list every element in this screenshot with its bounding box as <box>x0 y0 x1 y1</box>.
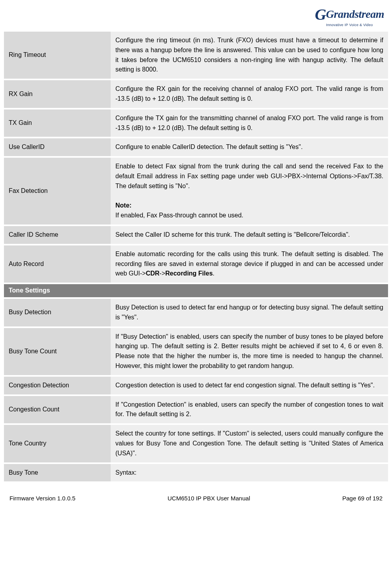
desc-congestion-count: If "Congestion Detection" is enabled, us… <box>111 396 388 424</box>
footer-page: Page 69 of 192 <box>342 495 383 502</box>
label-busy-tone: Busy Tone <box>4 464 111 482</box>
label-auto-record: Auto Record <box>4 245 111 283</box>
row-caller-id-scheme: Caller ID Scheme Select the Caller ID sc… <box>4 226 388 244</box>
row-tone-country: Tone Country Select the country for tone… <box>4 425 388 462</box>
label-congestion-detection: Congestion Detection <box>4 377 111 394</box>
auto-record-post: . <box>213 270 214 277</box>
row-congestion-detection: Congestion Detection Congestion detectio… <box>4 377 388 394</box>
label-use-callerid: Use CallerID <box>4 138 111 156</box>
label-rx-gain: RX Gain <box>4 80 111 108</box>
label-busy-detection: Busy Detection <box>4 299 111 326</box>
desc-use-callerid: Configure to enable CallerID detection. … <box>111 138 388 156</box>
note-body: If enabled, Fax Pass-through cannot be u… <box>115 212 243 219</box>
row-rx-gain: RX Gain Configure the RX gain for the re… <box>4 80 388 108</box>
desc-busy-detection: Busy Detection is used to detect far end… <box>111 299 388 326</box>
label-caller-id-scheme: Caller ID Scheme <box>4 226 111 244</box>
page-footer: Firmware Version 1.0.0.5 UCM6510 IP PBX … <box>4 483 388 502</box>
brand-logo: GGrandstream Innovative IP Voice & Video <box>4 6 388 28</box>
desc-congestion-detection: Congestion detection is used to detect f… <box>111 377 388 394</box>
row-ring-timeout: Ring Timeout Configure the ring timeout … <box>4 32 388 79</box>
desc-tone-country: Select the country for tone settings. If… <box>111 425 388 462</box>
label-fax-detection: Fax Detection <box>4 158 111 224</box>
note-title: Note: <box>115 202 132 209</box>
auto-record-mid: -> <box>160 270 166 277</box>
auto-record-bold2: Recording Files <box>165 270 213 277</box>
row-use-callerid: Use CallerID Configure to enable CallerI… <box>4 138 388 156</box>
auto-record-bold1: CDR <box>146 270 160 277</box>
row-tx-gain: TX Gain Configure the TX gain for the tr… <box>4 109 388 137</box>
desc-caller-id-scheme: Select the Caller ID scheme for this tru… <box>111 226 388 244</box>
label-tx-gain: TX Gain <box>4 109 111 137</box>
desc-busy-tone-count: If "Busy Detection" is enabled, users ca… <box>111 328 388 375</box>
label-tone-country: Tone Country <box>4 425 111 462</box>
desc-fax-detection: Enable to detect Fax signal from the tru… <box>111 158 388 224</box>
desc-busy-tone: Syntax: <box>111 464 388 482</box>
label-ring-timeout: Ring Timeout <box>4 32 111 79</box>
label-busy-tone-count: Busy Tone Count <box>4 328 111 375</box>
settings-table: Ring Timeout Configure the ring timeout … <box>4 30 388 483</box>
footer-version: Firmware Version 1.0.0.5 <box>9 495 75 502</box>
desc-rx-gain: Configure the RX gain for the receiving … <box>111 80 388 108</box>
desc-fax-main: Enable to detect Fax signal from the tru… <box>115 163 383 189</box>
row-busy-tone: Busy Tone Syntax: <box>4 464 388 482</box>
section-title: Tone Settings <box>4 284 388 297</box>
desc-auto-record: Enable automatic recording for the calls… <box>111 245 388 283</box>
row-busy-tone-count: Busy Tone Count If "Busy Detection" is e… <box>4 328 388 375</box>
row-busy-detection: Busy Detection Busy Detection is used to… <box>4 299 388 326</box>
desc-tx-gain: Configure the TX gain for the transmitti… <box>111 109 388 137</box>
row-auto-record: Auto Record Enable automatic recording f… <box>4 245 388 283</box>
label-congestion-count: Congestion Count <box>4 396 111 424</box>
row-fax-detection: Fax Detection Enable to detect Fax signa… <box>4 158 388 224</box>
section-tone-settings: Tone Settings <box>4 284 388 297</box>
row-congestion-count: Congestion Count If "Congestion Detectio… <box>4 396 388 424</box>
desc-ring-timeout: Configure the ring timeout (in ms). Trun… <box>111 32 388 79</box>
footer-title: UCM6510 IP PBX User Manual <box>168 495 250 502</box>
brand-name: Grandstream <box>326 8 384 20</box>
